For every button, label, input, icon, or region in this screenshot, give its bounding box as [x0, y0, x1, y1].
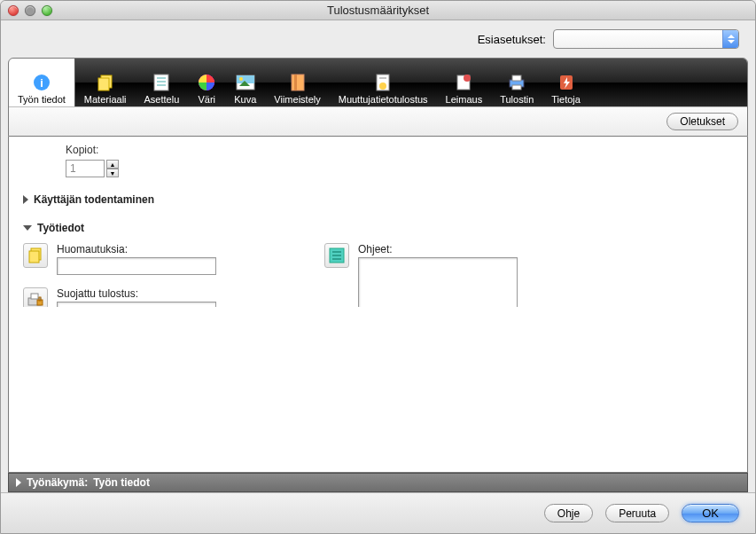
instructions-field: Ohjeet:: [324, 243, 733, 307]
svg-rect-26: [29, 251, 39, 263]
notes-icon: [23, 243, 48, 268]
notes-input[interactable]: [57, 257, 216, 275]
section-user-auth[interactable]: Käyttäjän todentaminen: [23, 193, 733, 206]
tab-vdp[interactable]: Muuttujatietotulostus: [330, 59, 437, 106]
tab-layout[interactable]: Asettelu: [136, 59, 189, 106]
tab-color[interactable]: Väri: [188, 59, 225, 106]
job-view-value: Työn tiedot: [93, 476, 150, 489]
content-panel: Kopiot: ▲ ▼ Käyttäjän todentaminen Työti…: [8, 137, 748, 307]
secure-print-label: Suojattu tulostus:: [57, 287, 298, 300]
section-title: Työtiedot: [37, 222, 84, 234]
notes-label: Huomautuksia:: [57, 243, 298, 255]
job-view-bar[interactable]: Työnäkymä: Työn tiedot: [8, 473, 748, 492]
disclosure-triangle-icon: [16, 478, 21, 487]
titlebar: Tulostusmääritykset: [1, 1, 755, 20]
footer: Ohje Peruuta OK: [1, 492, 755, 533]
copies-input[interactable]: [66, 160, 105, 177]
section-title: Käyttäjän todentaminen: [34, 193, 154, 206]
svg-point-11: [239, 77, 243, 81]
color-wheel-icon: [197, 73, 216, 92]
preset-select[interactable]: [553, 29, 739, 49]
tab-image[interactable]: Kuva: [225, 59, 265, 106]
svg-text:i: i: [40, 76, 43, 90]
printer-icon: [507, 73, 526, 92]
tab-label: Asettelu: [144, 94, 180, 105]
window-title: Tulostusmääritykset: [1, 4, 755, 17]
tab-about[interactable]: Tietoja: [542, 59, 589, 106]
copies-label: Kopiot:: [66, 144, 733, 156]
job-info-fields: Huomautuksia: Suojattu tulostus:: [23, 243, 733, 307]
disclosure-triangle-icon: [23, 225, 32, 231]
tab-label: Materiaali: [84, 94, 127, 105]
preset-label: Esiasetukset:: [478, 33, 546, 46]
paper-stack-icon: [96, 73, 115, 92]
lightning-icon: [557, 73, 576, 92]
notes-field: Huomautuksia:: [23, 243, 298, 275]
svg-rect-22: [512, 85, 521, 90]
secure-print-icon: [23, 287, 48, 307]
svg-rect-28: [31, 294, 38, 299]
booklet-icon: [288, 73, 308, 92]
print-settings-window: Tulostusmääritykset Esiasetukset: i Työn…: [0, 0, 756, 534]
svg-rect-21: [512, 75, 521, 81]
tab-label: Väri: [198, 94, 215, 105]
tab-job-info[interactable]: i Työn tiedot: [9, 59, 75, 106]
left-column: Huomautuksia: Suojattu tulostus:: [23, 243, 298, 307]
instructions-label: Ohjeet:: [358, 243, 733, 255]
help-button[interactable]: Ohje: [544, 504, 593, 522]
ok-button[interactable]: OK: [682, 504, 739, 522]
svg-rect-3: [98, 78, 109, 90]
tab-label: Viimeistely: [274, 94, 320, 105]
tab-label: Kuva: [234, 94, 256, 105]
layout-icon: [152, 73, 171, 92]
job-view-prefix: Työnäkymä:: [27, 476, 88, 489]
tab-stamping[interactable]: Leimaus: [437, 59, 492, 106]
content-filler: [8, 307, 748, 473]
tab-label: Leimaus: [446, 94, 483, 105]
chevron-updown-icon: [722, 30, 738, 48]
disclosure-triangle-icon: [23, 195, 28, 204]
tab-label: Muuttujatietotulostus: [339, 94, 428, 105]
svg-rect-13: [292, 75, 304, 90]
defaults-row: Oletukset: [9, 106, 747, 136]
tab-label: Tulostin: [500, 94, 534, 105]
svg-rect-14: [294, 75, 297, 90]
cancel-button[interactable]: Peruuta: [605, 504, 669, 522]
instructions-icon: [324, 243, 349, 268]
toolbar: i Työn tiedot Materiaali Asettelu: [9, 59, 747, 106]
svg-rect-4: [154, 75, 168, 90]
tab-label: Tietoja: [551, 94, 581, 105]
instructions-textarea[interactable]: [358, 257, 518, 307]
document-data-icon: [373, 73, 393, 92]
svg-point-16: [379, 82, 386, 90]
section-job-info[interactable]: Työtiedot: [23, 222, 733, 234]
copies-block: Kopiot: ▲ ▼: [66, 144, 733, 177]
svg-point-19: [464, 75, 471, 82]
defaults-button[interactable]: Oletukset: [666, 113, 738, 130]
tab-printer[interactable]: Tulostin: [491, 59, 542, 106]
info-icon: i: [32, 73, 51, 92]
copies-step-down[interactable]: ▼: [106, 169, 119, 177]
tab-material[interactable]: Materiaali: [75, 59, 136, 106]
tab-finishing[interactable]: Viimeistely: [265, 59, 329, 106]
image-icon: [236, 73, 255, 92]
right-column: Ohjeet: Tilin salasana:: [324, 243, 733, 307]
tab-label: Työn tiedot: [18, 94, 66, 105]
secure-print-field: Suojattu tulostus:: [23, 287, 298, 307]
stamp-icon: [454, 73, 473, 92]
copies-spinbox: ▲ ▼: [66, 160, 733, 177]
preset-row: Esiasetukset:: [1, 20, 755, 58]
toolbar-container: i Työn tiedot Materiaali Asettelu: [8, 58, 748, 137]
copies-step-up[interactable]: ▲: [106, 160, 119, 169]
